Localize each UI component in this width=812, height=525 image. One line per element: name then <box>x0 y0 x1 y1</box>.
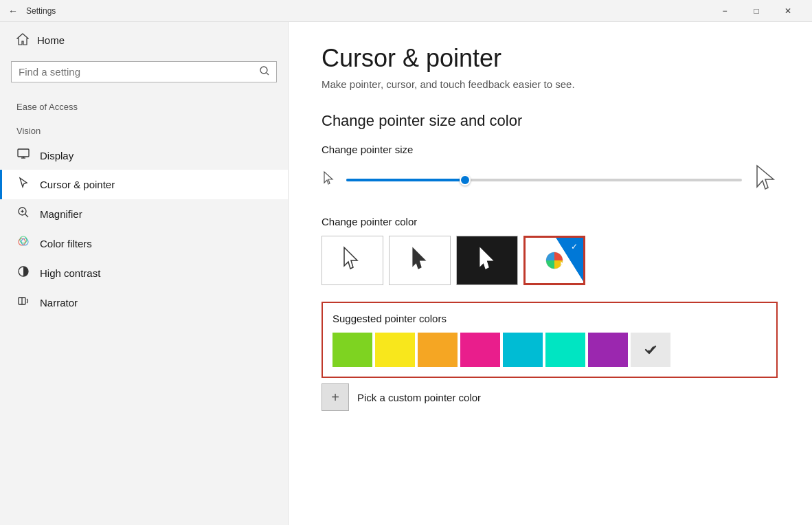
suggested-color-magenta[interactable] <box>460 333 500 367</box>
section-heading: Change pointer size and color <box>322 112 779 130</box>
suggested-colors-label: Suggested pointer colors <box>332 313 767 324</box>
suggested-color-green[interactable] <box>332 333 372 367</box>
custom-color-label: Pick a custom pointer color <box>357 392 481 403</box>
app-body: Home Ease of Access Vision Disp <box>0 22 812 525</box>
titlebar: ← Settings − □ ✕ <box>0 0 812 22</box>
color-swatch-black[interactable] <box>389 236 451 285</box>
svg-rect-2 <box>18 149 29 157</box>
svg-line-1 <box>267 73 269 75</box>
pointer-color-options: ✓ <box>322 236 779 285</box>
color-swatch-custom[interactable]: ✓ <box>523 236 585 285</box>
sidebar-item-cursor[interactable]: Cursor & pointer <box>0 170 288 199</box>
minimize-button[interactable]: − <box>709 0 741 22</box>
suggested-color-white-selected[interactable] <box>631 333 670 367</box>
cursor-icon <box>16 177 30 192</box>
pointer-size-label: Change pointer size <box>322 144 779 155</box>
sidebar-item-label: Magnifier <box>40 208 82 220</box>
sidebar-item-high-contrast[interactable]: High contrast <box>0 258 288 288</box>
close-button[interactable]: ✕ <box>772 0 804 22</box>
page-title: Cursor & pointer <box>322 44 779 73</box>
cursor-small-icon <box>322 170 335 190</box>
suggested-color-cyan[interactable] <box>503 333 543 367</box>
sidebar-item-label: Narrator <box>40 297 78 309</box>
suggested-color-purple[interactable] <box>588 333 628 367</box>
content-area: Cursor & pointer Make pointer, cursor, a… <box>289 22 812 525</box>
home-icon <box>16 33 29 47</box>
color-swatch-dark[interactable] <box>456 236 518 285</box>
cursor-large-icon <box>753 164 779 197</box>
svg-line-6 <box>25 214 29 218</box>
svg-point-11 <box>20 236 27 243</box>
app-title: Settings <box>26 6 709 16</box>
sidebar-item-color-filters[interactable]: Color filters <box>0 229 288 258</box>
sidebar-item-magnifier[interactable]: Magnifier <box>0 199 288 229</box>
narrator-icon <box>16 295 30 311</box>
display-icon <box>16 148 30 163</box>
window-controls: − □ ✕ <box>709 0 804 22</box>
maximize-button[interactable]: □ <box>741 0 772 22</box>
suggested-colors-list <box>332 333 767 367</box>
color-swatch-white[interactable] <box>322 236 383 285</box>
pointer-size-slider[interactable] <box>346 172 742 188</box>
checkmark: ✓ <box>568 241 580 253</box>
search-box[interactable] <box>11 61 277 82</box>
sidebar-item-display[interactable]: Display <box>0 142 288 170</box>
suggested-color-orange[interactable] <box>418 333 458 367</box>
sidebar-item-label: Color filters <box>40 238 92 249</box>
sidebar-section-ease-of-access: Ease of Access <box>0 93 288 118</box>
custom-color-row: + Pick a custom pointer color <box>322 383 779 411</box>
home-nav-item[interactable]: Home <box>0 22 288 58</box>
search-input[interactable] <box>19 66 260 78</box>
sidebar-item-narrator[interactable]: Narrator <box>0 288 288 317</box>
pointer-size-slider-row <box>322 164 779 197</box>
custom-color-button[interactable]: + <box>322 383 349 411</box>
high-contrast-icon <box>16 265 30 281</box>
sidebar-item-label: Display <box>40 150 74 161</box>
suggested-color-yellow[interactable] <box>375 333 415 367</box>
page-subtitle: Make pointer, cursor, and touch feedback… <box>322 78 779 90</box>
home-label: Home <box>37 34 65 46</box>
sidebar: Home Ease of Access Vision Disp <box>0 22 289 525</box>
magnifier-icon <box>16 206 30 222</box>
suggested-color-teal[interactable] <box>545 333 585 367</box>
suggested-colors-section: Suggested pointer colors <box>322 302 778 378</box>
pointer-color-label: Change pointer color <box>322 216 779 227</box>
color-filters-icon <box>16 236 30 252</box>
back-button[interactable]: ← <box>8 5 18 16</box>
search-icon <box>260 66 269 78</box>
svg-point-0 <box>260 67 267 74</box>
sidebar-item-label: High contrast <box>40 267 100 279</box>
sidebar-item-label: Cursor & pointer <box>40 179 115 190</box>
sidebar-vision-label: Vision <box>0 118 288 142</box>
